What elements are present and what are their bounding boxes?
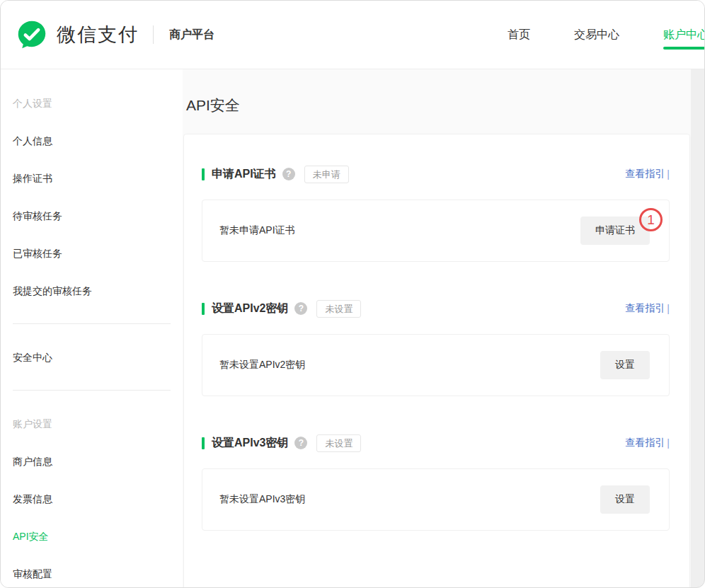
section-apiv3-key: 设置APIv3密钥 ? 未设置 查看指引 | 暂未设置APIv3密钥 设置: [202, 433, 670, 531]
help-icon[interactable]: ?: [294, 437, 307, 449]
section-title: 设置APIv2密钥: [212, 301, 288, 316]
set-apiv3-key-button[interactable]: 设置: [600, 485, 650, 514]
sidebar-item-merchant-info[interactable]: 商户信息: [1, 443, 183, 480]
nav-item-home[interactable]: 首页: [508, 1, 530, 69]
section-accent-bar: [202, 437, 205, 449]
page-title: API安全: [186, 96, 240, 115]
main-content: API安全 申请API证书 ? 未申请 查看指引 | 暂未申请API证书 申请证…: [183, 69, 691, 587]
section-title: 申请API证书: [212, 167, 276, 182]
empty-state-box: 暂未设置APIv3密钥 设置: [202, 468, 670, 531]
view-guide-link[interactable]: 查看指引: [625, 437, 665, 449]
sidebar-item-review-config[interactable]: 审核配置: [1, 555, 183, 588]
top-nav: 首页 交易中心 账户中心: [508, 1, 705, 69]
portal-title: 商户平台: [169, 28, 214, 42]
view-guide-link[interactable]: 查看指引: [625, 302, 665, 315]
empty-state-box: 暂未申请API证书 申请证书: [202, 200, 670, 262]
sidebar-item-my-submitted-review-tasks[interactable]: 我提交的审核任务: [1, 272, 183, 310]
empty-state-box: 暂未设置APIv2密钥 设置: [202, 334, 670, 396]
help-icon[interactable]: ?: [294, 302, 307, 315]
status-badge: 未设置: [316, 300, 361, 318]
brand-title: 微信支付: [57, 22, 139, 47]
empty-state-text: 暂未设置APIv3密钥: [219, 493, 305, 506]
status-badge: 未申请: [304, 166, 349, 183]
set-apiv2-key-button[interactable]: 设置: [600, 351, 650, 379]
section-accent-bar: [202, 168, 205, 180]
nav-item-transaction-center[interactable]: 交易中心: [574, 1, 619, 69]
sidebar-group-personal-settings: 个人设置: [1, 85, 183, 122]
header-divider: [153, 25, 154, 44]
empty-state-text: 暂未申请API证书: [219, 224, 295, 237]
help-icon[interactable]: ?: [282, 168, 295, 180]
step-annotation-circle: 1: [639, 208, 663, 231]
sidebar-divider: [13, 390, 171, 391]
brand-area[interactable]: 微信支付 商户平台: [16, 1, 214, 69]
merchant-platform-window: 微信支付 商户平台 首页 交易中心 账户中心 个人设置 个人信息 操作证书 待审…: [0, 0, 705, 588]
view-guide-link[interactable]: 查看指引: [625, 168, 665, 180]
status-badge: 未设置: [316, 434, 361, 452]
sidebar: 个人设置 个人信息 操作证书 待审核任务 已审核任务 我提交的审核任务 安全中心…: [1, 69, 183, 587]
sidebar-item-reviewed-tasks[interactable]: 已审核任务: [1, 235, 183, 272]
sidebar-item-invoice-info[interactable]: 发票信息: [1, 480, 183, 518]
sidebar-item-operation-certificate[interactable]: 操作证书: [1, 160, 183, 197]
guide-separator: |: [667, 303, 670, 314]
wechat-pay-logo-icon: [16, 19, 47, 50]
section-apiv2-key: 设置APIv2密钥 ? 未设置 查看指引 | 暂未设置APIv2密钥 设置: [202, 299, 670, 396]
section-header: 设置APIv3密钥 ? 未设置 查看指引 |: [202, 433, 670, 453]
section-accent-bar: [202, 303, 205, 315]
guide-separator: |: [667, 168, 670, 180]
sidebar-divider: [13, 323, 171, 324]
nav-item-account-center[interactable]: 账户中心: [663, 1, 705, 69]
guide-separator: |: [667, 437, 670, 449]
section-header: 设置APIv2密钥 ? 未设置 查看指引 |: [202, 299, 670, 318]
sidebar-group-account-settings: 账户设置: [1, 405, 183, 443]
sidebar-item-personal-info[interactable]: 个人信息: [1, 122, 183, 160]
section-api-certificate: 申请API证书 ? 未申请 查看指引 | 暂未申请API证书 申请证书: [202, 164, 670, 262]
top-header: 微信支付 商户平台 首页 交易中心 账户中心: [1, 1, 704, 69]
sidebar-item-pending-review-tasks[interactable]: 待审核任务: [1, 197, 183, 235]
section-header: 申请API证书 ? 未申请 查看指引 |: [202, 164, 670, 184]
sidebar-item-api-security[interactable]: API安全: [1, 518, 183, 555]
api-security-card: 申请API证书 ? 未申请 查看指引 | 暂未申请API证书 申请证书 设置A: [183, 134, 690, 588]
sidebar-item-security-center[interactable]: 安全中心: [1, 339, 183, 376]
empty-state-text: 暂未设置APIv2密钥: [219, 359, 305, 371]
section-title: 设置APIv3密钥: [212, 436, 288, 451]
